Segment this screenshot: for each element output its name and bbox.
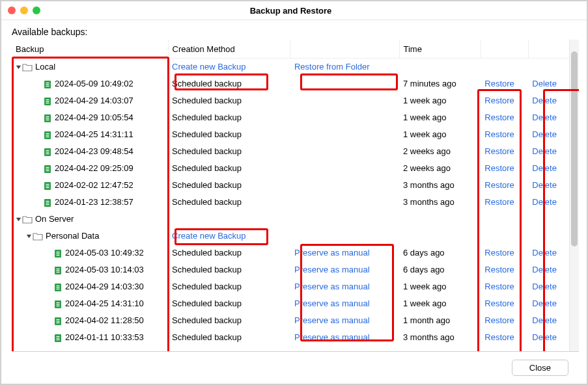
create-new-backup-link[interactable]: Create new Backup xyxy=(172,62,245,72)
restore-link[interactable]: Restore xyxy=(484,129,514,139)
restore-link[interactable]: Restore xyxy=(484,315,514,325)
delete-link[interactable]: Delete xyxy=(532,349,557,351)
preserve-link[interactable]: Preserve as manual xyxy=(294,332,370,342)
creation-method: Scheduled backup xyxy=(168,329,290,346)
delete-link[interactable]: Delete xyxy=(532,315,557,325)
delete-link[interactable]: Delete xyxy=(532,146,557,156)
file-icon xyxy=(43,97,52,106)
backup-row[interactable]: 2024-04-23 09:48:54Scheduled backup2 wee… xyxy=(12,143,569,160)
col-method[interactable]: Creation Method xyxy=(168,40,290,59)
folder-row[interactable]: LocalCreate new BackupRestore from Folde… xyxy=(12,59,569,76)
minimize-window-icon[interactable] xyxy=(20,7,28,14)
preserve-link[interactable]: Preserve as manual xyxy=(294,315,370,325)
restore-link[interactable]: Restore xyxy=(484,113,514,122)
delete-link[interactable]: Delete xyxy=(532,332,557,342)
disclosure-triangle-icon[interactable] xyxy=(26,233,32,239)
restore-link[interactable]: Restore xyxy=(484,299,514,308)
time-ago: 1 week ago xyxy=(399,109,481,126)
restore-from-folder-link[interactable]: Restore from Folder xyxy=(294,62,370,72)
backup-row[interactable]: 2024-04-25 14:31:11Scheduled backup1 wee… xyxy=(12,126,569,143)
backup-row[interactable]: 2024-01-11 10:33:53Scheduled backupPrese… xyxy=(12,329,569,346)
time-ago: 7 minutes ago xyxy=(399,75,481,92)
backups-table: Backup Creation Method Time LocalCreate … xyxy=(12,40,569,351)
time-ago: 1 week ago xyxy=(399,126,481,143)
preserve-link[interactable]: Preserve as manual xyxy=(294,265,370,274)
creation-method: Scheduled backup xyxy=(168,160,290,177)
folder-icon xyxy=(22,63,33,72)
restore-link[interactable]: Restore xyxy=(484,282,514,291)
delete-link[interactable]: Delete xyxy=(532,180,557,190)
delete-link[interactable]: Delete xyxy=(532,197,557,207)
restore-link[interactable]: Restore xyxy=(484,248,514,258)
col-backup[interactable]: Backup xyxy=(12,40,168,59)
time-ago: 3 months ago xyxy=(399,329,481,346)
close-button[interactable]: Close xyxy=(512,360,568,376)
preserve-link[interactable]: Preserve as manual xyxy=(294,299,370,308)
titlebar: Backup and Restore xyxy=(1,1,587,20)
backup-row[interactable]: 2024-02-02 12:47:52Scheduled backup3 mon… xyxy=(12,177,569,194)
col-restore[interactable] xyxy=(481,40,528,59)
backup-name: 2024-02-02 12:47:52 xyxy=(55,179,133,191)
backup-row[interactable]: 2024-01-23 12:38:57Scheduled backup3 mon… xyxy=(12,194,569,211)
backup-row[interactable]: 2024-04-22 09:25:09Scheduled backup2 wee… xyxy=(12,160,569,177)
time-ago: 1 week ago xyxy=(399,92,481,109)
file-icon xyxy=(43,114,52,123)
preserve-link[interactable]: Preserve as manual xyxy=(294,282,370,291)
backup-row[interactable]: 2024-04-25 14:31:10Scheduled backupPrese… xyxy=(12,295,569,312)
backup-row[interactable]: 2024-04-29 14:03:30Scheduled backupPrese… xyxy=(12,278,569,295)
delete-link[interactable]: Delete xyxy=(532,248,557,258)
backup-name: 2023-09-29 09:16:16 xyxy=(65,349,144,351)
restore-link[interactable]: Restore xyxy=(484,332,514,342)
scrollbar[interactable] xyxy=(569,40,579,351)
time-ago: 2 weeks ago xyxy=(399,143,481,160)
delete-link[interactable]: Delete xyxy=(532,163,557,173)
backup-restore-window: Backup and Restore Available backups: Ba… xyxy=(0,0,588,385)
restore-link[interactable]: Restore xyxy=(484,265,514,274)
delete-link[interactable]: Delete xyxy=(532,265,557,274)
delete-link[interactable]: Delete xyxy=(532,79,557,88)
delete-link[interactable]: Delete xyxy=(532,299,557,308)
delete-link[interactable]: Delete xyxy=(532,96,557,105)
restore-link[interactable]: Restore xyxy=(484,349,514,351)
creation-method: Scheduled backup xyxy=(168,92,290,109)
zoom-window-icon[interactable] xyxy=(33,7,40,14)
folder-label: Local xyxy=(35,61,55,73)
scroll-thumb[interactable] xyxy=(571,51,578,246)
col-delete[interactable] xyxy=(528,40,569,59)
backup-name: 2024-04-29 14:03:30 xyxy=(65,281,144,293)
backup-row[interactable]: 2024-05-03 10:49:32Scheduled backupPrese… xyxy=(12,245,569,261)
restore-link[interactable]: Restore xyxy=(484,146,514,156)
backup-row[interactable]: 2023-09-29 09:16:16Manually Created7 mon… xyxy=(12,346,569,351)
backup-row[interactable]: 2024-04-02 11:28:50Scheduled backupPrese… xyxy=(12,312,569,329)
creation-method: Scheduled backup xyxy=(168,143,290,160)
delete-link[interactable]: Delete xyxy=(532,129,557,139)
creation-method: Scheduled backup xyxy=(168,126,290,143)
restore-link[interactable]: Restore xyxy=(484,180,514,190)
create-new-backup-link[interactable]: Create new Backup xyxy=(172,231,245,241)
time-ago: 3 months ago xyxy=(399,194,481,211)
file-icon xyxy=(43,181,52,191)
time-ago: 3 months ago xyxy=(399,177,481,194)
restore-link[interactable]: Restore xyxy=(484,197,514,207)
disclosure-triangle-icon[interactable] xyxy=(16,217,21,222)
creation-method: Scheduled backup xyxy=(168,261,290,278)
delete-link[interactable]: Delete xyxy=(532,113,557,122)
delete-link[interactable]: Delete xyxy=(532,282,557,291)
backup-row[interactable]: 2024-04-29 10:05:54Scheduled backup1 wee… xyxy=(12,109,569,126)
restore-link[interactable]: Restore xyxy=(484,163,514,173)
restore-link[interactable]: Restore xyxy=(484,79,514,88)
file-icon xyxy=(53,249,63,258)
close-window-icon[interactable] xyxy=(8,7,16,14)
folder-row[interactable]: Personal DataCreate new Backup xyxy=(12,228,569,245)
restore-link[interactable]: Restore xyxy=(484,96,514,105)
backup-row[interactable]: 2024-05-09 10:49:02Scheduled backup7 min… xyxy=(12,75,569,92)
backup-name: 2024-04-29 10:05:54 xyxy=(55,112,133,124)
backup-row[interactable]: 2024-04-29 14:03:07Scheduled backup1 wee… xyxy=(12,92,569,109)
preserve-link[interactable]: Preserve as manual xyxy=(294,248,370,258)
time-ago: 1 week ago xyxy=(399,295,481,312)
backup-row[interactable]: 2024-05-03 10:14:03Scheduled backupPrese… xyxy=(12,261,569,278)
folder-row[interactable]: On Server xyxy=(12,211,569,228)
col-time[interactable]: Time xyxy=(399,40,481,59)
col-preserve[interactable] xyxy=(290,40,399,59)
disclosure-triangle-icon[interactable] xyxy=(16,64,21,70)
